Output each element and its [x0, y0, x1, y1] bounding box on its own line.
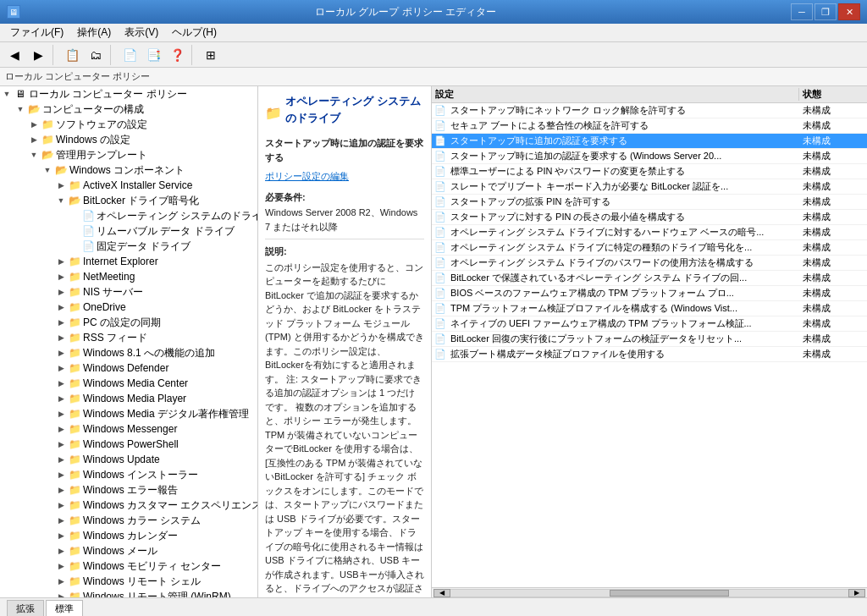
expander-ie[interactable]: ▶ [54, 255, 68, 268]
expander-messenger[interactable]: ▶ [54, 422, 68, 436]
tree-node-error-report[interactable]: ▶📁Windows エラー報告 [0, 482, 257, 498]
expander-customer-exp[interactable]: ▶ [54, 498, 68, 512]
tree-node-win81[interactable]: ▶📁Windows 8.1 への機能の追加 [0, 345, 257, 360]
expander-onedrive[interactable]: ▶ [54, 300, 68, 314]
right-row-15[interactable]: 📄BitLocker 回復の実行後にプラットフォームの検証データをリセット...… [432, 332, 867, 347]
expander-admin-templates[interactable]: ▼ [27, 148, 41, 162]
right-row-1[interactable]: 📄セキュア ブートによる整合性の検証を許可する未構成 [432, 118, 867, 134]
expander-mobility[interactable]: ▶ [54, 559, 68, 573]
tree-node-remote-shell[interactable]: ▶📁Windows リモート シェル [0, 574, 257, 589]
tab-extended[interactable]: 拡張 [7, 600, 44, 616]
tree-node-digital-rights[interactable]: ▶📁Windows Media デジタル著作権管理 [0, 406, 257, 421]
tree-node-bitlocker[interactable]: ▼📂BitLocker ドライブ暗号化 [0, 193, 257, 208]
tree-node-powershell[interactable]: ▶📁Windows PowerShell [0, 437, 257, 452]
right-row-0[interactable]: 📄スタートアップ時にネットワーク ロック解除を許可する未構成 [432, 103, 867, 118]
right-row-5[interactable]: 📄スレートでプリブート キーボード入力が必要な BitLocker 認証を...… [432, 179, 867, 195]
right-row-12[interactable]: 📄BIOS ベースのファームウェア構成の TPM プラットフォーム プロ...未… [432, 286, 867, 301]
expander-win81[interactable]: ▶ [54, 346, 68, 360]
tree-node-media-player[interactable]: ▶📁Windows Media Player [0, 391, 257, 406]
right-row-9[interactable]: 📄オペレーティング システム ドライブに特定の種類のドライブ暗号化を...未構成 [432, 240, 867, 256]
expander-defender[interactable]: ▶ [54, 361, 68, 375]
tree-node-comp-config[interactable]: ▼📂コンピューターの構成 [0, 102, 257, 117]
help-button[interactable]: ❓ [166, 45, 188, 65]
right-row-3[interactable]: 📄スタートアップ時に追加の認証を要求する (Windows Server 20.… [432, 149, 867, 164]
tree-node-removable-drive[interactable]: 📄リムーバブル データ ドライブ [0, 223, 257, 239]
view-button2[interactable]: 📑 [142, 45, 164, 65]
expander-win-comp[interactable]: ▼ [41, 163, 54, 177]
expander-rss[interactable]: ▶ [54, 331, 68, 344]
hscroll-right[interactable]: ▶ [848, 589, 865, 597]
expander-netmeeting[interactable]: ▶ [54, 270, 68, 283]
horizontal-scrollbar[interactable]: ◀ ▶ [432, 587, 867, 597]
tree-container[interactable]: ▼🖥ローカル コンピューター ポリシー▼📂コンピューターの構成▶📁ソフトウェアの… [0, 86, 257, 597]
tree-node-calendar[interactable]: ▶📁Windows カレンダー [0, 528, 257, 543]
tree-node-pc-sync[interactable]: ▶📁PC の設定の同期 [0, 315, 257, 330]
tab-standard[interactable]: 標準 [46, 600, 83, 616]
expander-remote-shell[interactable]: ▶ [54, 575, 68, 588]
tree-node-mobility[interactable]: ▶📁Windows モビリティ センター [0, 558, 257, 574]
tree-node-rss[interactable]: ▶📁RSS フィード [0, 330, 257, 345]
tree-node-winrm[interactable]: ▶📁Windows リモート管理 (WinRM) [0, 589, 257, 597]
expander-powershell[interactable]: ▶ [54, 437, 68, 451]
tree-node-ie[interactable]: ▶📁Internet Explorer [0, 254, 257, 269]
expander-pc-sync[interactable]: ▶ [54, 316, 68, 329]
properties-button[interactable]: 🗂 [85, 45, 107, 65]
right-row-6[interactable]: 📄スタートアップの拡張 PIN を許可する未構成 [432, 195, 867, 210]
right-row-7[interactable]: 📄スタートアップに対する PIN の長さの最小値を構成する未構成 [432, 210, 867, 225]
restore-button[interactable]: ❐ [815, 3, 837, 20]
right-row-2[interactable]: 📄スタートアップ時に追加の認証を要求する未構成 [432, 134, 867, 149]
expander-mail[interactable]: ▶ [54, 544, 68, 558]
tree-node-update[interactable]: ▶📁Windows Update [0, 452, 257, 467]
right-row-16[interactable]: 📄拡張ブート構成データ検証プロファイルを使用する未構成 [432, 347, 867, 362]
forward-button[interactable]: ▶ [27, 45, 49, 65]
menu-action[interactable]: 操作(A) [70, 24, 118, 41]
show-hide-button[interactable]: 📋 [61, 45, 83, 65]
tree-node-installer[interactable]: ▶📁Windows インストーラー [0, 467, 257, 482]
filter-button[interactable]: ⊞ [200, 45, 222, 65]
tree-node-onedrive[interactable]: ▶📁OneDrive [0, 300, 257, 315]
edit-policy-link[interactable]: ポリシー設定の編集 [265, 171, 349, 181]
expander-fixed-drive[interactable] [68, 239, 81, 253]
expander-digital-rights[interactable]: ▶ [54, 407, 68, 421]
tree-node-messenger[interactable]: ▶📁Windows Messenger [0, 421, 257, 437]
expander-error-report[interactable]: ▶ [54, 483, 68, 497]
tree-node-fixed-drive[interactable]: 📄固定データ ドライブ [0, 239, 257, 254]
expander-calendar[interactable]: ▶ [54, 529, 68, 542]
tree-node-defender[interactable]: ▶📁Windows Defender [0, 360, 257, 376]
tree-node-os-drive[interactable]: 📄オペレーティング システムのドライ [0, 208, 257, 223]
expander-nis[interactable]: ▶ [54, 285, 68, 299]
expander-update[interactable]: ▶ [54, 453, 68, 466]
expander-media-player[interactable]: ▶ [54, 392, 68, 405]
expander-comp-config[interactable]: ▼ [14, 102, 27, 116]
expander-os-drive[interactable] [68, 209, 81, 223]
tree-node-sw-settings[interactable]: ▶📁ソフトウェアの設定 [0, 117, 257, 132]
menu-file[interactable]: ファイル(F) [3, 24, 70, 41]
minimize-button[interactable]: ─ [791, 3, 813, 20]
expander-bitlocker[interactable]: ▼ [54, 194, 68, 207]
right-row-4[interactable]: 📄標準ユーザーによる PIN やパスワードの変更を禁止する未構成 [432, 164, 867, 179]
tree-node-customer-exp[interactable]: ▶📁Windows カスタマー エクスペリエンス向 [0, 498, 257, 513]
expander-removable-drive[interactable] [68, 224, 81, 238]
right-row-8[interactable]: 📄オペレーティング システム ドライブに対するハードウェア ベースの暗号...未… [432, 225, 867, 240]
right-row-13[interactable]: 📄TPM プラットフォーム検証プロファイルを構成する (Windows Vist… [432, 301, 867, 316]
expander-installer[interactable]: ▶ [54, 468, 68, 481]
right-row-14[interactable]: 📄ネイティブの UEFI ファームウェア構成の TPM プラットフォーム検証..… [432, 316, 867, 332]
close-button[interactable]: ✕ [838, 3, 860, 20]
expander-win-settings[interactable]: ▶ [27, 133, 41, 146]
expander-sw-settings[interactable]: ▶ [27, 118, 41, 131]
expander-media-center[interactable]: ▶ [54, 377, 68, 390]
expander-winrm[interactable]: ▶ [54, 590, 68, 597]
back-button[interactable]: ◀ [3, 45, 25, 65]
view-button1[interactable]: 📄 [119, 45, 141, 65]
menu-help[interactable]: ヘルプ(H) [165, 24, 224, 41]
tree-node-media-center[interactable]: ▶📁Windows Media Center [0, 376, 257, 391]
tree-node-nis[interactable]: ▶📁NIS サーバー [0, 284, 257, 300]
expander-color[interactable]: ▶ [54, 514, 68, 527]
tree-node-activex[interactable]: ▶📁ActiveX Installer Service [0, 178, 257, 193]
expander-activex[interactable]: ▶ [54, 179, 68, 192]
tree-node-color[interactable]: ▶📁Windows カラー システム [0, 513, 257, 528]
tree-node-mail[interactable]: ▶📁Windows メール [0, 543, 257, 558]
hscroll-left[interactable]: ◀ [434, 589, 450, 597]
tree-node-local-policy[interactable]: ▼🖥ローカル コンピューター ポリシー [0, 86, 257, 102]
tree-node-netmeeting[interactable]: ▶📁NetMeeting [0, 269, 257, 284]
